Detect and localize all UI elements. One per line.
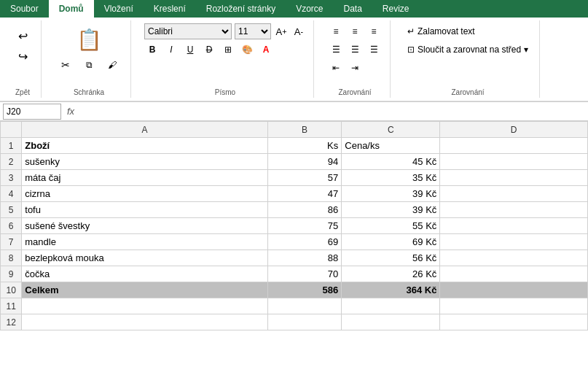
cell-a11[interactable] (22, 298, 268, 314)
redo-button[interactable]: ↪ (12, 47, 34, 66)
cell-b3[interactable]: 57 (267, 170, 341, 186)
cell-c4[interactable]: 39 Kč (342, 186, 440, 202)
font-size-decrease[interactable]: A- (291, 23, 306, 39)
cell-a7[interactable]: mandle (22, 234, 268, 250)
tab-rozlozeni[interactable]: Rozložení stránky (196, 0, 286, 18)
italic-button[interactable]: I (163, 42, 179, 58)
spreadsheet: A B C D 1ZbožíKsCena/ks2sušenky9445 Kč3m… (0, 121, 588, 383)
cell-c6[interactable]: 55 Kč (342, 218, 440, 234)
tab-domu[interactable]: Domů (49, 0, 94, 18)
cell-d8[interactable] (440, 250, 588, 266)
merge-center-button[interactable]: ⊡ Sloučit a zarovnat na střed ▾ (404, 42, 532, 58)
cell-b11[interactable] (267, 298, 341, 314)
cell-b9[interactable]: 70 (267, 266, 341, 282)
cell-a12[interactable] (22, 314, 268, 330)
align-center[interactable]: ☰ (346, 42, 364, 58)
tab-kresleni[interactable]: Kreslení (144, 0, 196, 18)
tab-revize[interactable]: Revize (372, 0, 420, 18)
align-top-center[interactable]: ≡ (346, 23, 364, 39)
cell-c3[interactable]: 35 Kč (342, 170, 440, 186)
corner-header (1, 122, 22, 138)
strikethrough-button[interactable]: D (201, 42, 217, 58)
cell-c11[interactable] (342, 298, 440, 314)
tab-vlozeni[interactable]: Vložení (94, 0, 144, 18)
decrease-indent[interactable]: ⇤ (327, 60, 345, 76)
cell-d3[interactable] (440, 170, 588, 186)
border-button[interactable]: ⊞ (220, 42, 236, 58)
tab-data[interactable]: Data (334, 0, 372, 18)
cell-d12[interactable] (440, 314, 588, 330)
tab-soubor[interactable]: Soubor (0, 0, 49, 18)
cell-a1[interactable]: Zboží (22, 138, 268, 154)
cell-c9[interactable]: 26 Kč (342, 266, 440, 282)
cell-d2[interactable] (440, 154, 588, 170)
cell-a6[interactable]: sušené švestky (22, 218, 268, 234)
cell-c8[interactable]: 56 Kč (342, 250, 440, 266)
font-size-increase[interactable]: A+ (274, 23, 289, 39)
cell-b5[interactable]: 86 (267, 202, 341, 218)
col-header-c[interactable]: C (342, 122, 440, 138)
font-color-button[interactable]: A (258, 42, 274, 58)
cell-reference-box[interactable] (3, 104, 61, 120)
formula-input[interactable] (80, 107, 585, 117)
cell-c12[interactable] (342, 314, 440, 330)
col-header-b[interactable]: B (267, 122, 341, 138)
cell-b8[interactable]: 88 (267, 250, 341, 266)
clipboard-group-label: Schránka (74, 88, 104, 96)
fill-color-button[interactable]: 🎨 (239, 42, 255, 58)
col-header-a[interactable]: A (22, 122, 268, 138)
clipboard-small-icons: ✂ ⧉ 🖌 (55, 55, 123, 74)
cell-b6[interactable]: 75 (267, 218, 341, 234)
cell-b12[interactable] (267, 314, 341, 330)
cell-b7[interactable]: 69 (267, 234, 341, 250)
align-left[interactable]: ☰ (327, 42, 345, 58)
cell-a10[interactable]: Celkem (22, 282, 268, 298)
cell-d11[interactable] (440, 298, 588, 314)
wrap-text-button[interactable]: ↵ Zalamovat text (404, 23, 532, 39)
cell-c1[interactable]: Cena/ks (342, 138, 440, 154)
cell-b4[interactable]: 47 (267, 186, 341, 202)
paste-button[interactable]: 📋 (74, 23, 103, 55)
cell-b2[interactable]: 94 (267, 154, 341, 170)
cell-a4[interactable]: cizrna (22, 186, 268, 202)
cell-c10[interactable]: 364 Kč (342, 282, 440, 298)
merge-label: Sloučit a zarovnat na střed (418, 45, 521, 55)
increase-indent[interactable]: ⇥ (346, 60, 364, 76)
cell-d6[interactable] (440, 218, 588, 234)
font-size-select[interactable]: 11 (235, 23, 271, 39)
row-header: 6 (1, 218, 22, 234)
cell-d5[interactable] (440, 202, 588, 218)
font-name-select[interactable]: Calibri (144, 23, 232, 39)
table-row: 3máta čaj5735 Kč (1, 170, 588, 186)
undo-button[interactable]: ↩ (12, 26, 34, 45)
cell-d4[interactable] (440, 186, 588, 202)
cell-c5[interactable]: 39 Kč (342, 202, 440, 218)
cell-d10[interactable] (440, 282, 588, 298)
underline-button[interactable]: U (182, 42, 198, 58)
cell-a3[interactable]: máta čaj (22, 170, 268, 186)
cell-a5[interactable]: tofu (22, 202, 268, 218)
copy-button[interactable]: ⧉ (78, 55, 100, 74)
cell-c7[interactable]: 69 Kč (342, 234, 440, 250)
cell-b10[interactable]: 586 (267, 282, 341, 298)
cell-a9[interactable]: čočka (22, 266, 268, 282)
cell-a8[interactable]: bezlepková mouka (22, 250, 268, 266)
tab-vzorce[interactable]: Vzorce (286, 0, 333, 18)
cell-d9[interactable] (440, 266, 588, 282)
cell-d7[interactable] (440, 234, 588, 250)
align-top-right[interactable]: ≡ (365, 23, 383, 39)
paste-area: 📋 ✂ ⧉ 🖌 (55, 23, 123, 86)
col-header-d[interactable]: D (440, 122, 588, 138)
cell-b1[interactable]: Ks (267, 138, 341, 154)
cell-d1[interactable] (440, 138, 588, 154)
sheet-table: A B C D 1ZbožíKsCena/ks2sušenky9445 Kč3m… (0, 121, 588, 330)
format-painter-button[interactable]: 🖌 (101, 55, 123, 74)
cut-button[interactable]: ✂ (55, 55, 77, 74)
align-top-left[interactable]: ≡ (327, 23, 345, 39)
cell-c2[interactable]: 45 Kč (342, 154, 440, 170)
table-row: 7mandle6969 Kč (1, 234, 588, 250)
font-row2: B I U D ⊞ 🎨 A (144, 42, 306, 58)
cell-a2[interactable]: sušenky (22, 154, 268, 170)
bold-button[interactable]: B (144, 42, 160, 58)
align-right[interactable]: ☰ (365, 42, 383, 58)
